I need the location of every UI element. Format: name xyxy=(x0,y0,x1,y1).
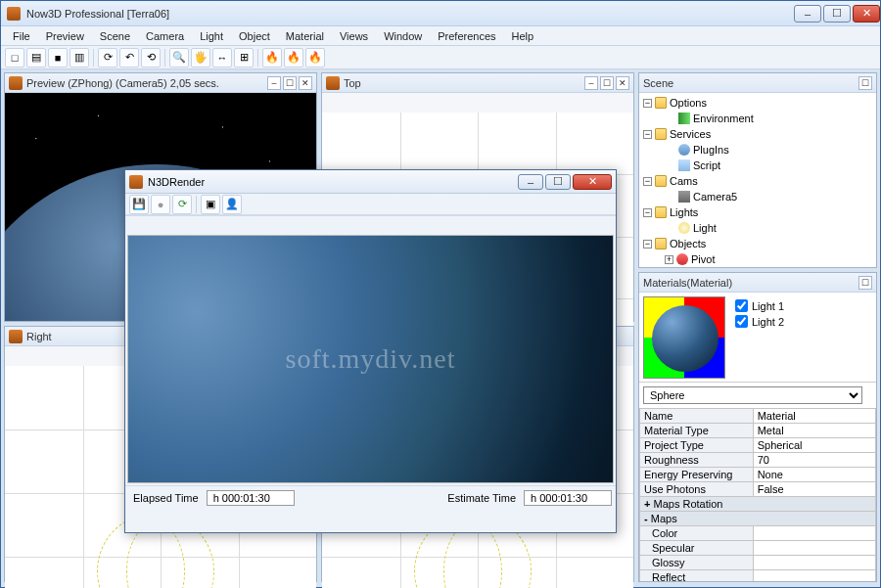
render-min-button[interactable]: – xyxy=(518,174,543,190)
prop-value[interactable] xyxy=(753,541,875,556)
prop-value[interactable]: None xyxy=(753,468,875,482)
render-fit-button[interactable]: ▣ xyxy=(201,195,220,214)
expand-icon[interactable]: − xyxy=(643,99,652,108)
panel-min-button[interactable]: – xyxy=(267,76,281,90)
menu-preview[interactable]: Preview xyxy=(38,28,92,44)
toolbar-button[interactable]: 🖐 xyxy=(191,48,210,68)
light2-checkbox[interactable]: Light 2 xyxy=(735,315,784,328)
toolbar-button[interactable]: ■ xyxy=(48,48,68,68)
panel-max-button[interactable]: ☐ xyxy=(283,76,297,90)
tree-node[interactable]: PlugIns xyxy=(693,142,729,158)
toolbar: □▤■▥⟳↶⟲🔍🖐↔⊞🔥🔥🔥 xyxy=(1,46,880,69)
menu-material[interactable]: Material xyxy=(278,28,332,44)
menu-scene[interactable]: Scene xyxy=(92,28,138,44)
prop-value[interactable]: 70 xyxy=(753,453,875,468)
prop-value[interactable] xyxy=(753,526,875,541)
render-refresh-button[interactable]: ⟳ xyxy=(172,195,192,214)
prop-key: Name xyxy=(640,409,754,424)
toolbar-button[interactable]: ↶ xyxy=(119,48,139,68)
menu-views[interactable]: Views xyxy=(332,28,376,44)
main-titlebar: Now3D Professional [Terra06] – ☐ ✕ xyxy=(1,1,880,26)
toolbar-button[interactable]: ▥ xyxy=(70,48,89,68)
toolbar-button[interactable]: ⟳ xyxy=(98,48,117,68)
menu-file[interactable]: File xyxy=(5,28,38,44)
panel-icon xyxy=(9,330,23,343)
preview-shape-select[interactable]: Sphere xyxy=(643,386,862,404)
toolbar-button[interactable]: 🔥 xyxy=(305,48,325,68)
bulb-icon xyxy=(678,222,690,234)
tree-node[interactable]: Services xyxy=(670,126,711,142)
prop-key: Project Type xyxy=(640,438,754,453)
right-title: Right xyxy=(26,331,52,342)
env-icon xyxy=(678,113,690,124)
tree-node[interactable]: Script xyxy=(693,158,720,173)
prop-value[interactable]: Spherical xyxy=(753,438,875,453)
expand-icon[interactable]: − xyxy=(643,177,652,186)
expand-icon[interactable]: − xyxy=(643,208,652,217)
render-person-button[interactable]: 👤 xyxy=(222,195,242,214)
materials-title: Materials(Material) xyxy=(643,277,732,289)
tree-node[interactable]: Objects xyxy=(670,236,706,251)
tree-node[interactable]: Camera5 xyxy=(693,189,737,204)
tree-node[interactable]: Pivot xyxy=(691,251,715,267)
prop-section[interactable]: - Maps xyxy=(640,512,876,526)
toolbar-button[interactable]: ▤ xyxy=(26,48,46,68)
plug-icon xyxy=(678,144,690,156)
prop-value[interactable]: Metal xyxy=(753,424,875,438)
toolbar-button[interactable]: 🔥 xyxy=(284,48,303,68)
property-grid[interactable]: NameMaterialMaterial TypeMetalProject Ty… xyxy=(639,408,876,581)
prop-key: Energy Preserving xyxy=(640,468,754,482)
panel-close-button[interactable]: ✕ xyxy=(616,76,629,90)
panel-max-button[interactable]: ☐ xyxy=(600,76,614,90)
render-save-button[interactable]: 💾 xyxy=(129,195,149,214)
preview-title: Preview (ZPhong) (Camera5) 2,05 secs. xyxy=(26,77,219,89)
window-title: Now3D Professional [Terra06] xyxy=(26,8,169,20)
scene-tree[interactable]: −OptionsEnvironment−ServicesPlugInsScrip… xyxy=(639,93,876,267)
scr-icon xyxy=(678,159,690,171)
panel-close-button[interactable]: ✕ xyxy=(299,76,312,90)
scene-title: Scene xyxy=(643,77,673,89)
toolbar-button[interactable]: ⊞ xyxy=(234,48,254,68)
toolbar-button[interactable]: 🔍 xyxy=(169,48,189,68)
folder-icon xyxy=(655,128,667,140)
toolbar-button[interactable]: ⟲ xyxy=(141,48,161,68)
minimize-button[interactable]: – xyxy=(794,5,821,23)
tree-node[interactable]: Options xyxy=(670,95,707,111)
toolbar-button[interactable]: ↔ xyxy=(212,48,232,68)
menu-camera[interactable]: Camera xyxy=(138,28,192,44)
toolbar-button[interactable]: □ xyxy=(5,48,24,68)
menu-object[interactable]: Object xyxy=(231,28,278,44)
prop-value[interactable]: False xyxy=(753,482,875,497)
prop-key: Roughness xyxy=(640,453,754,468)
render-max-button[interactable]: ☐ xyxy=(545,174,571,190)
menu-preferences[interactable]: Preferences xyxy=(430,28,503,44)
panel-opts-button[interactable]: ☐ xyxy=(858,276,872,290)
light1-checkbox[interactable]: Light 1 xyxy=(735,299,784,312)
maximize-button[interactable]: ☐ xyxy=(823,5,851,23)
menu-window[interactable]: Window xyxy=(376,28,430,44)
render-stop-button[interactable]: ● xyxy=(151,195,170,214)
prop-key: Reflect xyxy=(640,570,754,582)
tree-node[interactable]: Cams xyxy=(670,173,698,189)
panel-min-button[interactable]: – xyxy=(584,76,598,90)
prop-value[interactable] xyxy=(753,570,875,582)
tree-node[interactable]: Lights xyxy=(670,204,698,220)
tree-node[interactable]: Light xyxy=(693,220,717,236)
toolbar-button[interactable]: 🔥 xyxy=(262,48,282,68)
panel-icon xyxy=(9,76,23,90)
folder-icon xyxy=(655,206,667,218)
expand-icon[interactable]: + xyxy=(665,255,673,264)
tree-node[interactable]: Environment xyxy=(693,111,754,126)
render-close-button[interactable]: ✕ xyxy=(573,174,612,190)
menu-help[interactable]: Help xyxy=(504,28,542,44)
prop-section[interactable]: + Maps Rotation xyxy=(640,497,876,512)
render-icon xyxy=(129,175,143,189)
app-icon xyxy=(7,7,21,21)
panel-opts-button[interactable]: ☐ xyxy=(858,76,872,90)
menu-light[interactable]: Light xyxy=(192,28,231,44)
prop-value[interactable]: Material xyxy=(753,409,875,424)
expand-icon[interactable]: − xyxy=(643,130,652,139)
expand-icon[interactable]: − xyxy=(643,240,652,249)
prop-value[interactable] xyxy=(753,556,875,570)
close-button[interactable]: ✕ xyxy=(853,5,880,23)
